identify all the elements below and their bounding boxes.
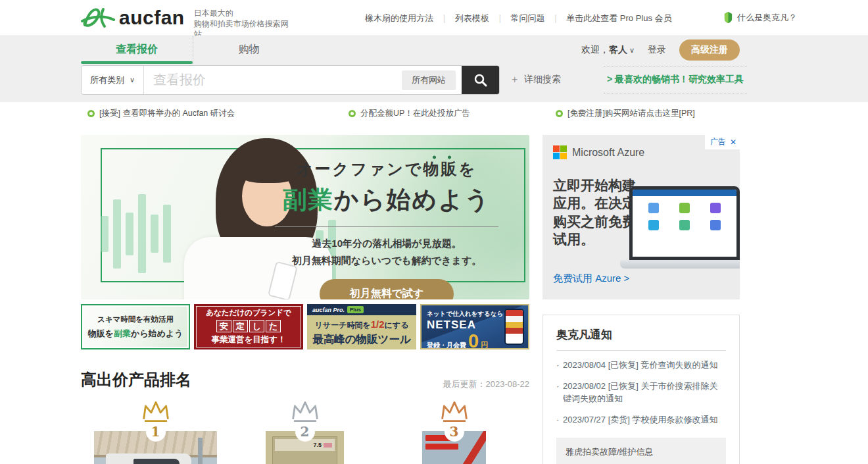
nav-divider: ｜	[551, 13, 560, 24]
banner-thumb-sidejob[interactable]: スキマ時間を有効活用 物販を副業から始めよう	[81, 304, 190, 349]
rank-number: 2	[295, 422, 315, 442]
tagline-line2: 购物和拍卖市场价格搜索网站	[194, 18, 293, 36]
search-band: 查看报价 购物 欢迎，客人∨ 登录 高级注册 所有类别 ∨ 所有网站 ＋ 详	[0, 36, 868, 102]
azure-trial-link[interactable]: 免费试用 Azure >	[553, 272, 629, 285]
aucfan-pro-logo-bar: aucfan Pro. Plus	[307, 304, 416, 315]
plus-badge: Plus	[347, 306, 364, 313]
ad-tag: 广告 ✕	[705, 135, 740, 149]
notice-label: [接受] 查看即将举办的 Aucfan 研讨会	[99, 108, 235, 119]
banner-thumb-netsea[interactable]: ネットで仕入れをするなら NETSEA 登録・月会費 0 円	[420, 304, 529, 349]
green-ring-icon	[556, 110, 563, 117]
hero-subtext: 過去10年分の落札相場が見放題。 初月無料期間ならいつでも解約できます。	[262, 235, 511, 270]
chevron-down-icon: ∨	[629, 46, 635, 54]
guest-dropdown[interactable]: 客人	[609, 44, 627, 55]
notice-item[interactable]: 2023/08/04 [已恢复] 竞价查询失败的通知	[556, 359, 726, 372]
rank-number: 3	[445, 422, 464, 442]
site-header: aucfan 日本最大的 购物和拍卖市场价格搜索网站 橡木扇的使用方法 ｜ 列表…	[0, 0, 868, 36]
ranking-title: 高出价产品排名	[81, 369, 191, 390]
advanced-search-link[interactable]: ＋ 详细搜索	[510, 73, 561, 86]
thumb-text: 最高峰の物販ツール	[307, 332, 416, 347]
search-box: 所有类别 ∨ 所有网站	[81, 65, 500, 95]
category-label: 所有类别	[90, 74, 124, 86]
rank-item-3: 3	[379, 400, 529, 464]
premium-register-button[interactable]: 高级注册	[679, 39, 740, 61]
left-column: オークファンで物販を 副業から始めよう 過去10年分の落札相場が見放題。 初月無…	[81, 135, 529, 464]
card-grade: 7.5	[313, 442, 322, 448]
laptop-graphic	[629, 186, 740, 269]
gold-crown-icon	[141, 400, 171, 422]
what-is-aucfan-link[interactable]: 什么是奥克凡？	[723, 11, 797, 24]
notices-title: 奥克凡通知	[556, 327, 726, 342]
chevron-down-icon: ∨	[130, 76, 135, 84]
notice-item[interactable]: 2023/07/27 [卖货] 学校使用条款修改通知	[556, 414, 726, 426]
rank-item-2: 2 7.5 TRAINER	[230, 400, 379, 464]
hero-banner[interactable]: オークファンで物販を 副業から始めよう 過去10年分の落札相場が見放題。 初月無…	[81, 135, 529, 299]
brand-name: Microsoft Azure	[572, 147, 644, 159]
notice-link-seminar[interactable]: [接受] 查看即将举办的 Aucfan 研讨会	[87, 108, 235, 119]
green-ring-icon	[349, 110, 356, 117]
notice-label: 分配金额UP！在此处投放广告	[360, 108, 470, 119]
nav-link-pro-plus[interactable]: 单击此处查看 Pro Plus 会员	[566, 13, 671, 24]
search-icon	[473, 73, 488, 88]
ranking-updated: 最后更新：2023-08-22	[443, 378, 530, 390]
nav-divider: ｜	[440, 13, 448, 24]
hero-title-line1: オークファンで物販を	[262, 159, 511, 180]
nav-link-usage[interactable]: 橡木扇的使用方法	[365, 13, 433, 24]
rank-number: 1	[146, 422, 166, 442]
thumb-text: 物販を副業から始めよう	[82, 328, 189, 340]
banner-thumb-brand[interactable]: あなただけのブランドで 安定した 事業運営を目指す！	[194, 304, 303, 349]
tab-row: 查看报价 购物 欢迎，客人∨ 登录 高级注册	[0, 36, 868, 64]
site-filter-button[interactable]: 所有网站	[402, 70, 456, 90]
green-ring-icon	[87, 110, 95, 117]
rank-item-1: 1	[81, 400, 230, 464]
yahoo-maintenance-link[interactable]: 雅虎拍卖故障/维护信息	[556, 438, 726, 464]
silver-crown-icon	[290, 400, 320, 422]
main-content: オークファンで物販を 副業から始めよう 過去10年分の落札相場が見放題。 初月無…	[0, 135, 868, 464]
tab-shopping[interactable]: 购物	[193, 36, 304, 64]
notice-link-ads[interactable]: 分配金额UP！在此处投放广告	[349, 108, 470, 119]
beginner-mark-icon	[723, 11, 733, 24]
ranking-row: 1 2 7.5 TRAINER	[81, 400, 529, 464]
azure-ad[interactable]: 广告 ✕ Microsoft Azure 立即开始构建应用。在决定购买之前免费试…	[542, 135, 740, 299]
notice-link-buy-site[interactable]: [免费注册]购买网站请点击这里[PR]	[556, 108, 695, 119]
plus-icon: ＋	[510, 73, 519, 86]
thumb-text: 安定した	[196, 320, 301, 332]
top-nav: 橡木扇的使用方法 ｜ 列表模板 ｜ 常问问题 ｜ 单击此处查看 Pro Plus…	[365, 13, 672, 24]
thumb-text: 事業運営を目指す！	[196, 334, 301, 346]
banner-thumb-aucfan-pro[interactable]: aucfan Pro. Plus リサーチ時間を1/2にする 最高峰の物販ツール	[307, 304, 416, 349]
phone-graphic	[504, 309, 524, 345]
banner-thumbnails: スキマ時間を有効活用 物販を副業から始めよう あなただけのブランドで 安定した …	[81, 304, 529, 349]
account-area: 欢迎，客人∨ 登录 高级注册	[581, 36, 740, 64]
nav-link-templates[interactable]: 列表模板	[455, 13, 489, 24]
logo-wordmark: aucfan	[119, 5, 185, 30]
ad-label: 广告	[710, 136, 726, 147]
aucfan-notices-box: 奥克凡通知 2023/08/04 [已恢复] 竞价查询失败的通知 2023/08…	[542, 315, 740, 464]
search-input[interactable]	[144, 72, 402, 88]
nav-link-faq[interactable]: 常问问题	[510, 13, 544, 24]
notice-label: [免费注册]购买网站请点击这里[PR]	[567, 108, 695, 119]
divider	[556, 350, 726, 351]
thumb-text: リサーチ時間を1/2にする	[307, 319, 416, 331]
category-select[interactable]: 所有类别 ∨	[82, 66, 144, 94]
welcome-text: 欢迎，客人∨	[581, 44, 635, 56]
tab-price-lookup[interactable]: 查看报价	[81, 36, 193, 64]
nav-divider: ｜	[496, 13, 504, 24]
aucfan-logo[interactable]: aucfan 日本最大的 购物和拍卖市场价格搜索网站	[81, 5, 293, 36]
search-submit-button[interactable]	[462, 66, 499, 94]
bestseller-promo-link[interactable]: > 最喜欢的畅销书！研究效率工具	[604, 66, 747, 93]
advanced-search-label: 详细搜索	[524, 74, 561, 86]
tagline-line1: 日本最大的	[194, 8, 293, 18]
thumb-text: あなただけのブランドで	[196, 308, 301, 318]
notices-bar: [接受] 查看即将举办的 Aucfan 研讨会 分配金额UP！在此处投放广告 […	[0, 108, 868, 125]
bronze-crown-icon	[439, 400, 470, 422]
close-icon[interactable]: ✕	[730, 138, 736, 147]
aucfan-logo-icon	[81, 5, 115, 30]
ranking-header: 高出价产品排名 最后更新：2023-08-22	[81, 369, 529, 390]
hero-title-line2: 副業から始めよう	[262, 184, 511, 217]
search-row: 所有类别 ∨ 所有网站 ＋ 详细搜索 > 最喜欢的畅销书！研究效率工具	[0, 64, 868, 102]
site-tagline: 日本最大的 购物和拍卖市场价格搜索网站	[194, 5, 293, 36]
free-trial-button[interactable]: 初月無料で試す	[320, 279, 454, 300]
notice-item[interactable]: 2023/08/02 [已恢复] 关于市价搜索排除关键词失败的通知	[556, 380, 726, 405]
hero-text: オークファンで物販を 副業から始めよう 過去10年分の落札相場が見放題。 初月無…	[262, 159, 511, 299]
login-link[interactable]: 登录	[648, 44, 666, 56]
